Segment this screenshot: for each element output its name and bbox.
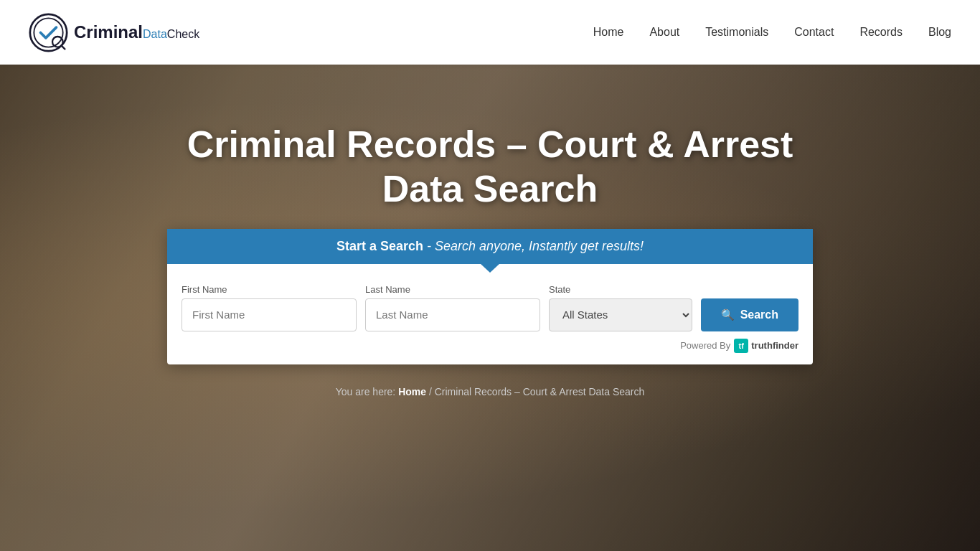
logo-check: Check [167, 28, 199, 40]
truthfinder-icon: tf [734, 339, 748, 353]
state-field-group: State All States Alabama Alaska Arizona … [549, 284, 692, 331]
hero-title-line1: Criminal Records – Court & Arrest [187, 123, 793, 165]
nav-records[interactable]: Records [859, 26, 903, 39]
firstname-field-group: First Name [182, 284, 357, 331]
nav-testimonials[interactable]: Testimonials [705, 26, 768, 39]
main-nav: Home About Testimonials Contact Records … [593, 26, 951, 39]
svg-point-1 [34, 18, 62, 47]
breadcrumb-separator: / [429, 386, 435, 397]
firstname-input[interactable] [182, 298, 357, 331]
breadcrumb-current: Criminal Records – Court & Arrest Data S… [435, 386, 645, 397]
hero-title: Criminal Records – Court & Arrest Data S… [187, 122, 793, 212]
logo-criminal: Criminal [74, 22, 143, 42]
breadcrumb-home[interactable]: Home [398, 386, 426, 397]
lastname-label: Last Name [365, 284, 540, 295]
hero-section: Criminal Records – Court & Arrest Data S… [0, 65, 980, 551]
search-body: First Name Last Name State All States Al… [167, 264, 813, 364]
search-header-italic: - Search anyone, Instantly get results! [427, 239, 644, 253]
nav-blog[interactable]: Blog [928, 26, 951, 39]
search-button-label: Search [740, 309, 778, 321]
logo-text: CriminalDataCheck [74, 22, 199, 42]
svg-line-3 [61, 45, 65, 49]
lastname-input[interactable] [365, 298, 540, 331]
logo-data: Data [143, 28, 167, 40]
search-header-text: Start a Search - Search anyone, Instantl… [336, 239, 644, 253]
powered-by-text: Powered By [680, 340, 730, 351]
search-button[interactable]: 🔍 Search [701, 298, 798, 331]
nav-contact[interactable]: Contact [794, 26, 834, 39]
state-select[interactable]: All States Alabama Alaska Arizona Arkans… [549, 298, 692, 331]
search-fields: First Name Last Name State All States Al… [182, 284, 798, 331]
lastname-field-group: Last Name [365, 284, 540, 331]
firstname-label: First Name [182, 284, 357, 295]
header: CriminalDataCheck Home About Testimonial… [0, 0, 980, 65]
truthfinder-logo: tf truthfinder [734, 339, 798, 353]
search-header-bar: Start a Search - Search anyone, Instantl… [167, 229, 813, 264]
search-icon: 🔍 [721, 309, 735, 321]
nav-about[interactable]: About [649, 26, 679, 39]
search-widget: Start a Search - Search anyone, Instantl… [167, 229, 813, 364]
logo: CriminalDataCheck [29, 13, 199, 52]
logo-icon [29, 13, 68, 52]
search-header-bold: Start a Search [336, 239, 423, 253]
hero-title-line2: Data Search [382, 168, 598, 209]
hero-content: Criminal Records – Court & Arrest Data S… [0, 65, 980, 397]
state-label: State [549, 284, 692, 295]
truthfinder-name: truthfinder [751, 340, 798, 351]
nav-home[interactable]: Home [593, 26, 624, 39]
breadcrumb: You are here: Home / Criminal Records – … [336, 386, 645, 397]
powered-by: Powered By tf truthfinder [182, 339, 798, 353]
breadcrumb-prefix: You are here: [336, 386, 398, 397]
